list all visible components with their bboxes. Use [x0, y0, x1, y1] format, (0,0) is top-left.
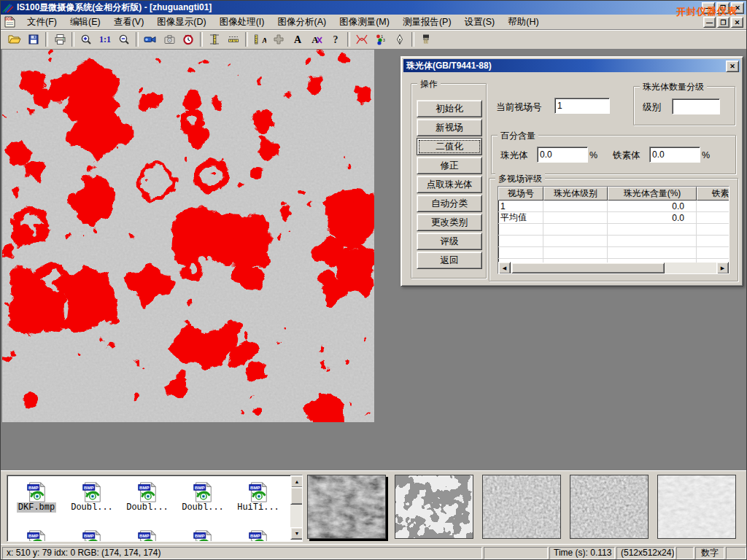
file-item-1[interactable]: BMPDKF.bmp — [9, 477, 64, 525]
menu-item-2[interactable]: 编辑(E) — [63, 15, 107, 30]
file-item-partial[interactable]: BMP — [175, 525, 231, 542]
file-item-partial[interactable]: BMP — [231, 525, 286, 542]
menu-item-8[interactable]: 测量报告(P) — [396, 15, 458, 30]
horizontal-ruler-button[interactable] — [224, 31, 243, 47]
help-button[interactable]: ? — [326, 31, 345, 47]
text-remove-button[interactable]: A — [307, 31, 326, 47]
menu-item-10[interactable]: 帮助(H) — [501, 15, 545, 30]
file-name: Doubl... — [125, 502, 170, 513]
operation-button-8[interactable]: 评级 — [417, 233, 482, 250]
grade-input[interactable] — [672, 98, 720, 114]
text-button[interactable]: A — [288, 31, 307, 47]
operation-button-5[interactable]: 点取珠光体 — [417, 176, 482, 193]
rating-table[interactable]: 视场号珠光体级别珠光体含量(%)铁素体含量(%) 10.0平均值0.0 ◀ ▶ — [498, 186, 729, 274]
document-icon[interactable]: DOC — [4, 16, 16, 28]
table-header-2[interactable]: 珠光体级别 — [543, 187, 608, 201]
actual-size-button[interactable]: 1:1 — [96, 31, 115, 47]
video-camera-button[interactable] — [141, 31, 160, 47]
table-cell — [697, 236, 729, 247]
brush-button[interactable] — [417, 31, 436, 47]
pen-button[interactable] — [390, 31, 409, 47]
table-header-4[interactable]: 铁素体含量(%) — [697, 187, 729, 201]
operation-button-2[interactable]: 新视场 — [417, 119, 482, 136]
table-row-2[interactable]: 平均值0.0 — [498, 212, 729, 224]
zoom-out-button[interactable] — [115, 31, 133, 47]
thumbnail-4[interactable] — [570, 475, 649, 539]
table-row-5[interactable] — [498, 247, 729, 259]
table-header-3[interactable]: 珠光体含量(%) — [608, 187, 697, 201]
scrollbar-thumb[interactable] — [511, 262, 665, 273]
table-cell: 1 — [498, 201, 543, 212]
menu-item-4[interactable]: 图像显示(D) — [150, 15, 212, 30]
menu-bar: DOC 文件(F)编辑(E)查看(V)图像显示(D)图像处理(I)图像分析(A)… — [1, 15, 746, 30]
open-folder-button[interactable] — [5, 31, 24, 47]
svg-text:BMP: BMP — [139, 485, 150, 490]
thumbnail-3[interactable] — [482, 475, 561, 539]
dialog-close-button[interactable]: ✕ — [726, 61, 739, 72]
ferrite-input[interactable]: 0.0 — [649, 147, 700, 163]
menu-item-1[interactable]: 文件(F) — [20, 15, 63, 30]
file-list[interactable]: BMPDKF.bmpBMPDoubl...BMPDoubl...BMPDoubl… — [7, 475, 303, 542]
table-horizontal-scrollbar[interactable]: ◀ ▶ — [498, 262, 729, 273]
scroll-right-icon[interactable]: ▶ — [716, 262, 729, 274]
menu-item-7[interactable]: 图像测量(M) — [333, 15, 396, 30]
operation-button-7[interactable]: 更改类别 — [417, 214, 482, 231]
print-button[interactable] — [50, 31, 69, 47]
table-row-1[interactable]: 10.0 — [498, 201, 729, 212]
menu-item-6[interactable]: 图像分析(A) — [271, 15, 333, 30]
table-cell: 0.0 — [608, 201, 697, 212]
operation-button-4[interactable]: 修正 — [417, 157, 482, 174]
table-cell — [543, 212, 608, 224]
file-item-partial[interactable]: BMP — [64, 525, 120, 542]
table-row-4[interactable] — [498, 236, 729, 247]
table-cell: 0.0 — [608, 212, 697, 224]
thumbnail-1[interactable] — [307, 475, 386, 539]
file-item-partial[interactable]: BMP — [120, 525, 175, 542]
scroll-up-icon[interactable]: ▲ — [290, 475, 303, 488]
file-item-3[interactable]: BMPDoubl... — [120, 477, 175, 525]
file-item-2[interactable]: BMPDoubl... — [64, 477, 120, 525]
operation-button-6[interactable]: 自动分类 — [417, 195, 482, 212]
thumbnail-2[interactable] — [395, 475, 473, 539]
file-item-5[interactable]: BMPHuiTi... — [231, 477, 286, 525]
menu-item-3[interactable]: 查看(V) — [107, 15, 151, 30]
child-close-button[interactable]: ✕ — [731, 17, 743, 28]
cursor-coordinates: x: 510 y: 79 idx: 0 RGB: (174, 174, 174) — [2, 547, 482, 559]
toolbar-separator — [71, 32, 74, 47]
operation-button-3[interactable]: 二值化 — [417, 138, 482, 155]
move-cross-button[interactable] — [269, 31, 288, 47]
current-field-input[interactable]: 1 — [554, 98, 610, 114]
table-header-1[interactable]: 视场号 — [498, 187, 543, 201]
bmp-file-icon: BMP — [26, 527, 47, 542]
file-item-4[interactable]: BMPDoubl... — [175, 477, 231, 525]
bmp-file-icon: BMP — [136, 479, 158, 501]
save-button[interactable] — [24, 31, 43, 47]
pearlite-input[interactable]: 0.0 — [537, 147, 588, 163]
red-curve-button[interactable] — [352, 31, 371, 47]
svg-text:BMP: BMP — [84, 485, 94, 490]
vertical-ruler-button[interactable] — [205, 31, 224, 47]
file-scrollbar-thumb[interactable] — [290, 487, 303, 505]
child-restore-button[interactable]: ❐ — [717, 17, 729, 28]
thumbnail-5[interactable] — [657, 475, 736, 539]
zoom-in-button[interactable] — [77, 31, 96, 47]
menu-item-9[interactable]: 设置(S) — [458, 15, 502, 30]
camera-button[interactable] — [160, 31, 179, 47]
dialog-title-bar[interactable]: 珠光体(GB/T9441-88) ✕ — [403, 59, 740, 72]
file-item-partial[interactable]: BMP — [9, 525, 64, 542]
scroll-down-icon[interactable]: ▼ — [290, 527, 303, 540]
child-minimize-button[interactable]: — — [703, 17, 716, 28]
table-row-3[interactable] — [498, 224, 729, 236]
toolbar-separator — [245, 32, 248, 47]
measure-label-button[interactable]: A — [250, 31, 269, 47]
micrograph-image[interactable] — [2, 50, 374, 422]
file-list-scrollbar[interactable]: ▲ ▼ — [290, 475, 302, 540]
operation-button-1[interactable]: 初始化 — [417, 100, 482, 117]
table-cell — [543, 224, 608, 236]
status-pane-empty-3 — [726, 547, 746, 559]
scroll-left-icon[interactable]: ◀ — [498, 262, 511, 274]
timer-button[interactable] — [179, 31, 198, 47]
menu-item-5[interactable]: 图像处理(I) — [213, 15, 271, 30]
operation-button-9[interactable]: 返回 — [417, 252, 482, 269]
calibration-points-button[interactable]: 13 — [371, 31, 390, 47]
